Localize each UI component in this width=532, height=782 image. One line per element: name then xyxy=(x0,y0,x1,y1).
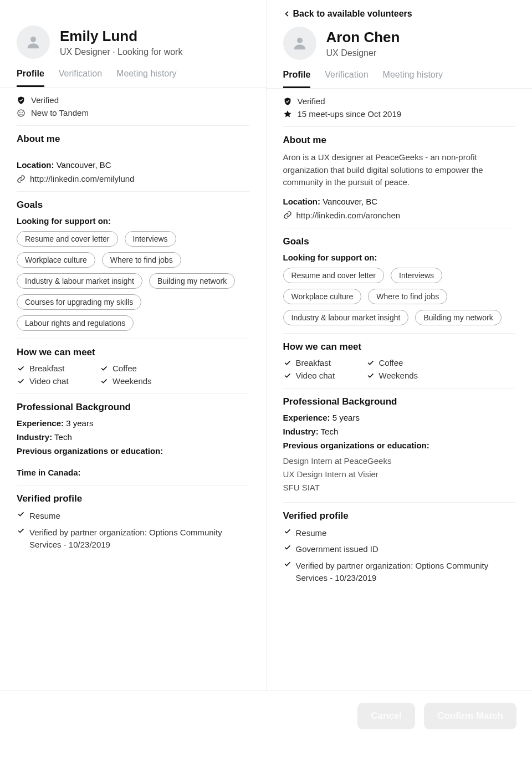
location-label: Location: xyxy=(17,160,54,170)
meet-grid: BreakfastCoffeeVideo chatWeekends xyxy=(283,358,516,380)
check-item: Resume xyxy=(17,510,249,522)
tabs: Profile Verification Meeting history xyxy=(267,70,533,89)
svg-point-4 xyxy=(297,38,303,43)
check-item: Resume xyxy=(283,527,516,539)
chip: Resume and cover letter xyxy=(17,231,118,247)
exp-value: 5 years xyxy=(332,413,360,422)
profile-link-text: http://linkedin.com/aronchen xyxy=(296,211,401,220)
tab-profile[interactable]: Profile xyxy=(283,70,311,88)
time-label: Time in Canada: xyxy=(17,468,81,477)
prev-label: Previous organizations or education: xyxy=(17,446,163,456)
link-icon xyxy=(17,175,25,183)
check-item: Video chat xyxy=(17,376,83,386)
status-detail-text: 15 meet-ups since Oct 2019 xyxy=(298,109,402,119)
status-detail: 15 meet-ups since Oct 2019 xyxy=(283,109,516,119)
about-text: Aron is a UX designer at PeaceGeeks - an… xyxy=(283,151,516,189)
svg-point-1 xyxy=(18,110,24,116)
chip: Workplace culture xyxy=(283,289,362,304)
chip: Resume and cover letter xyxy=(283,268,385,283)
about-heading: About me xyxy=(17,134,249,145)
exp-value: 3 years xyxy=(66,418,93,428)
status-detail-text: New to Tandem xyxy=(31,108,89,117)
check-item: Video chat xyxy=(283,371,350,380)
ind-label: Industry: xyxy=(17,432,52,442)
meet-grid: BreakfastCoffeeVideo chatWeekends xyxy=(17,364,249,386)
location-label: Location: xyxy=(283,197,321,206)
check-item: Breakfast xyxy=(17,364,83,373)
ind-value: Tech xyxy=(54,432,72,442)
shield-check-icon xyxy=(17,96,25,105)
verified-label: Verified xyxy=(298,96,325,106)
background-heading: Professional Background xyxy=(17,402,249,413)
meet-heading: How we can meet xyxy=(283,341,516,352)
tab-verification[interactable]: Verification xyxy=(325,70,368,88)
location-value: Vancouver, BC xyxy=(57,160,111,170)
check-item: Government issued ID xyxy=(283,543,516,555)
ind-value: Tech xyxy=(321,427,339,436)
goals-heading: Goals xyxy=(283,236,516,247)
back-link[interactable]: Back to available volunteers xyxy=(283,9,516,19)
check-item: Coffee xyxy=(366,358,433,367)
prev-list: Design Intern at PeaceGeeksUX Design Int… xyxy=(283,454,516,494)
footer: Cancel Confirm Match xyxy=(0,691,532,742)
avatar xyxy=(283,27,316,60)
status-detail: New to Tandem xyxy=(17,108,249,117)
verified-label: Verified xyxy=(31,95,59,105)
check-item: Coffee xyxy=(100,364,166,373)
person-icon xyxy=(25,34,42,50)
goals-subheading: Looking for support on: xyxy=(283,253,516,262)
verified-badge: Verified xyxy=(283,96,516,106)
person-icon xyxy=(291,35,308,52)
tab-meeting-history[interactable]: Meeting history xyxy=(116,69,177,87)
chip: Interviews xyxy=(391,268,442,283)
goals-heading: Goals xyxy=(17,200,249,211)
svg-point-2 xyxy=(19,111,21,113)
verified-list: ResumeVerified by partner organization: … xyxy=(17,510,249,550)
chevron-left-icon xyxy=(283,10,291,18)
check-item: Breakfast xyxy=(283,358,350,367)
verified-list: ResumeGovernment issued IDVerified by pa… xyxy=(283,527,516,584)
exp-label: Experience: xyxy=(17,418,64,428)
check-item: Verified by partner organization: Option… xyxy=(283,560,516,584)
goals-chips: Resume and cover letterInterviewsWorkpla… xyxy=(17,231,249,331)
chip: Labour rights and regulations xyxy=(17,315,134,331)
goals-subheading: Looking for support on: xyxy=(17,216,249,226)
verified-heading: Verified profile xyxy=(283,510,516,522)
profile-subtitle: UX Designer xyxy=(326,48,400,58)
profile-link-text: http://linkedin.com/emilylund xyxy=(30,174,134,183)
tab-meeting-history[interactable]: Meeting history xyxy=(383,70,443,88)
confirm-match-button[interactable]: Confirm Match xyxy=(424,703,516,729)
star-icon xyxy=(283,110,292,119)
chip: Where to find jobs xyxy=(102,252,181,268)
link-icon xyxy=(283,211,292,219)
list-item: SFU SIAT xyxy=(283,481,516,494)
chip: Workplace culture xyxy=(17,252,95,268)
list-item: UX Design Intern at Visier xyxy=(283,468,516,481)
chip: Courses for upgrading my skills xyxy=(17,294,141,310)
chip: Industry & labour market insight xyxy=(283,310,409,325)
verified-badge: Verified xyxy=(17,95,249,105)
check-item: Weekends xyxy=(366,371,433,380)
chip: Where to find jobs xyxy=(368,289,447,304)
cancel-button[interactable]: Cancel xyxy=(357,703,415,729)
profile-link[interactable]: http://linkedin.com/emilylund xyxy=(17,174,249,183)
chip: Industry & labour market insight xyxy=(17,273,142,289)
new-icon xyxy=(17,109,25,117)
tabs: Profile Verification Meeting history xyxy=(0,69,266,88)
profile-link[interactable]: http://linkedin.com/aronchen xyxy=(283,211,516,220)
right-profile-panel: Back to available volunteers Aron Chen U… xyxy=(267,0,533,690)
list-item: Design Intern at PeaceGeeks xyxy=(283,454,516,468)
profile-name: Emily Lund xyxy=(60,28,182,45)
chip: Building my network xyxy=(415,310,501,325)
goals-chips: Resume and cover letterInterviewsWorkpla… xyxy=(283,268,516,325)
about-heading: About me xyxy=(283,135,516,146)
back-link-text: Back to available volunteers xyxy=(293,9,412,19)
chip: Interviews xyxy=(125,231,176,247)
check-item: Verified by partner organization: Option… xyxy=(17,527,249,551)
left-profile-panel: Emily Lund UX Designer · Looking for wor… xyxy=(0,0,267,690)
check-item: Weekends xyxy=(100,376,166,386)
verified-heading: Verified profile xyxy=(17,493,249,504)
tab-profile[interactable]: Profile xyxy=(17,69,44,87)
tab-verification[interactable]: Verification xyxy=(59,69,102,87)
chip: Building my network xyxy=(149,273,235,289)
